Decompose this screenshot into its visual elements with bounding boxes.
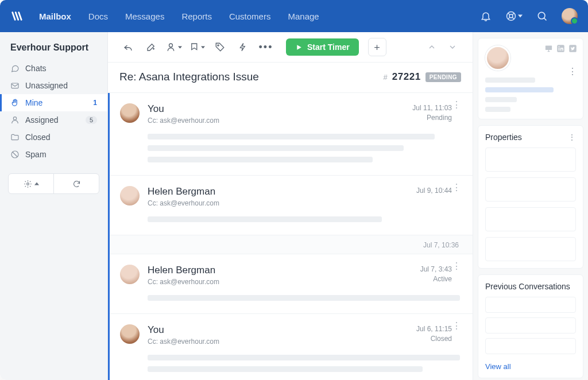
timestamp-divider: Jul 7, 10:36 <box>110 235 473 254</box>
placeholder-line <box>148 157 373 162</box>
placeholder-line <box>485 97 517 102</box>
sidebar-badge: 5 <box>86 116 97 124</box>
svg-point-0 <box>507 12 516 21</box>
sidebar-item-label: Chats <box>25 64 47 73</box>
message-status: Pending <box>412 113 452 123</box>
sender-avatar[interactable] <box>120 103 140 123</box>
add-time-button[interactable] <box>368 38 386 56</box>
cc-line: Cc: ask@everhour.com <box>148 338 408 346</box>
nav-manage[interactable]: Manage <box>288 11 319 21</box>
prev-conversation-item[interactable] <box>485 297 576 313</box>
message[interactable]: Helen Bergman Cc: ask@everhour.com ⋮ Jul… <box>110 254 473 314</box>
sidebar-item-unassigned[interactable]: Unassigned <box>0 77 107 94</box>
previous-conversations-card: Previous Conversations View all <box>478 274 583 378</box>
tag-button[interactable] <box>211 38 229 56</box>
sidebar-item-label: Mine <box>25 98 42 107</box>
contact-card: ⋮ <box>478 38 583 119</box>
sidebar-item-label: Closed <box>25 133 51 142</box>
user-avatar[interactable] <box>562 8 578 24</box>
sender-name: You <box>148 324 408 336</box>
svg-point-6 <box>26 183 29 185</box>
reply-button[interactable] <box>119 38 137 56</box>
ban-icon <box>10 150 20 159</box>
folder-icon <box>10 133 20 142</box>
svg-point-2 <box>538 12 545 19</box>
refresh-button[interactable] <box>54 174 99 193</box>
nav-reports[interactable]: Reports <box>181 11 212 21</box>
message[interactable]: Helen Bergman Cc: ask@everhour.com ⋮ Jul… <box>110 176 473 235</box>
svg-point-8 <box>218 45 219 46</box>
sidebar-item-chats[interactable]: Chats <box>0 60 107 77</box>
sidebar-item-spam[interactable]: Spam <box>0 146 107 163</box>
assign-button[interactable] <box>165 38 183 56</box>
property-slot[interactable] <box>485 148 576 172</box>
more-button[interactable]: ••• <box>257 38 274 56</box>
placeholder-line <box>148 366 423 372</box>
placeholder-line <box>148 145 404 151</box>
status-button[interactable] <box>188 38 206 56</box>
message-more-icon[interactable]: ⋮ <box>452 102 461 108</box>
placeholder-line <box>148 295 460 301</box>
message-date: Jul 6, 11:15 <box>416 324 452 334</box>
sender-avatar[interactable] <box>120 186 140 205</box>
message[interactable]: You Cc: ask@everhour.com ⋮ Jul 6, 11:15 … <box>110 314 473 380</box>
mailbox-title: Everhour Support <box>0 32 107 60</box>
twitter-icon[interactable] <box>568 44 577 53</box>
prev-conversation-button[interactable] <box>423 38 440 56</box>
message-date: Jul 7, 3:43 <box>420 265 452 274</box>
sidebar-item-mine[interactable]: Mine 1 <box>0 94 107 111</box>
prev-conversation-item[interactable] <box>485 317 576 334</box>
user-icon <box>10 115 20 125</box>
cc-line: Cc: ask@everhour.com <box>148 117 404 125</box>
property-slot[interactable] <box>485 177 576 201</box>
svg-rect-11 <box>559 48 560 51</box>
message-status: Active <box>420 274 452 284</box>
properties-card: Properties ⋮ <box>478 125 583 269</box>
message-more-icon[interactable]: ⋮ <box>452 185 461 191</box>
sidebar-item-assigned[interactable]: Assigned 5 <box>0 111 107 129</box>
svg-rect-9 <box>546 46 552 51</box>
monitor-icon[interactable] <box>544 44 553 53</box>
message[interactable]: You Cc: ask@everhour.com ⋮ Jul 11, 11:03… <box>110 93 473 176</box>
properties-more-icon[interactable]: ⋮ <box>568 133 576 142</box>
contact-more-icon[interactable]: ⋮ <box>568 66 577 77</box>
help-icon[interactable] <box>505 10 523 22</box>
nav-messages[interactable]: Messages <box>125 11 164 21</box>
start-timer-button[interactable]: Start Timer <box>286 38 359 56</box>
message-more-icon[interactable]: ⋮ <box>452 263 461 269</box>
sender-name: You <box>148 103 404 115</box>
contact-avatar[interactable] <box>485 45 510 71</box>
previous-conversations-title: Previous Conversations <box>485 282 570 291</box>
placeholder-line <box>485 77 535 83</box>
chat-icon <box>10 64 20 73</box>
play-icon <box>295 44 303 51</box>
view-all-link[interactable]: View all <box>485 362 576 371</box>
settings-button[interactable] <box>9 174 54 193</box>
placeholder-line <box>148 355 460 360</box>
conversation-hash: # <box>384 73 388 82</box>
nav-customers[interactable]: Customers <box>229 11 271 21</box>
property-slot[interactable] <box>485 207 576 231</box>
note-button[interactable] <box>142 38 160 56</box>
cc-line: Cc: ask@everhour.com <box>148 199 408 207</box>
svg-rect-3 <box>11 83 18 88</box>
app-logo[interactable] <box>10 10 23 22</box>
search-icon[interactable] <box>536 10 548 22</box>
sidebar-count: 1 <box>93 99 97 107</box>
sender-avatar[interactable] <box>120 265 140 284</box>
bell-icon[interactable] <box>480 10 492 22</box>
nav-docs[interactable]: Docs <box>88 11 108 21</box>
sidebar-item-closed[interactable]: Closed <box>0 129 107 146</box>
message-more-icon[interactable]: ⋮ <box>452 323 461 329</box>
nav-mailbox[interactable]: Mailbox <box>39 11 71 21</box>
linkedin-icon[interactable] <box>556 44 565 53</box>
placeholder-line <box>485 107 510 112</box>
property-slot[interactable] <box>485 237 576 261</box>
sender-avatar[interactable] <box>120 324 140 344</box>
next-conversation-button[interactable] <box>444 38 461 56</box>
prev-conversation-item[interactable] <box>485 338 576 354</box>
svg-point-7 <box>169 44 172 47</box>
workflow-button[interactable] <box>234 38 252 56</box>
sender-name: Helen Bergman <box>148 265 412 276</box>
conversation-status: PENDING <box>425 72 461 82</box>
